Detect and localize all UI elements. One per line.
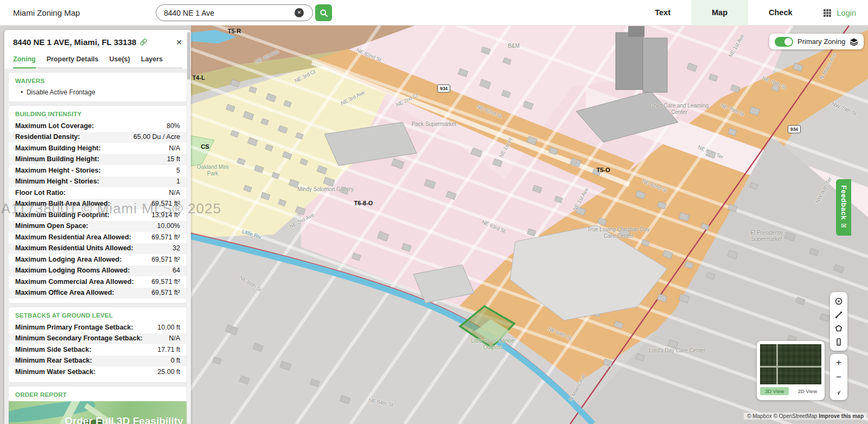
poi-label: B&M (508, 43, 520, 49)
map-tools (830, 292, 847, 351)
building-intensity-rows: Maximum Lot Coverage:80% Residential Den… (9, 121, 187, 299)
table-row: Minimum Open Space:10.00% (9, 221, 187, 232)
map-attribution: © Mapbox © OpenStreetMap Improve this ma… (744, 413, 867, 420)
table-row: Maximum Lot Coverage:80% (9, 121, 187, 132)
osm-link[interactable]: © OpenStreetMap (774, 413, 818, 419)
order-report-card: ORDER REPORT Order Full 3D Feasibility (9, 387, 187, 424)
improve-map-link[interactable]: Improve this map (819, 413, 864, 419)
panel-header: 8440 NE 1 AVE, Miami, FL 33138 ✕ Zoning … (4, 30, 191, 68)
geolocate-button[interactable] (830, 294, 847, 308)
zone-label-t4l: T4-L (192, 74, 205, 81)
tab-check[interactable]: Check (748, 0, 813, 26)
tab-zoning[interactable]: Zoning (13, 55, 36, 67)
property-panel: 8440 NE 1 AVE, Miami, FL 33138 ✕ Zoning … (4, 30, 191, 424)
close-icon[interactable]: ✕ (176, 38, 182, 47)
section-title: WAIVERS (9, 78, 187, 87)
zoom-in-button[interactable]: + (830, 355, 847, 370)
setbacks-rows: Minimum Primary Frontage Setback:10.00 f… (9, 322, 187, 378)
primary-zoning-control: Primary Zoning (769, 34, 864, 49)
poi-label: Lord's Day Care Center (649, 347, 706, 354)
toggle-label: Primary Zoning (797, 37, 845, 46)
table-row: Maximum Built Area Allowed:69,571 ft² (9, 199, 187, 210)
search-button[interactable] (315, 4, 332, 21)
order-report-banner[interactable]: Order Full 3D Feasibility (9, 401, 187, 424)
panel-tabs: Zoning Property Details Use(s) Layers (13, 55, 182, 68)
measure-button[interactable] (830, 308, 847, 321)
app-title: Miami Zoning Map (13, 8, 80, 17)
panel-scrollbar[interactable] (187, 31, 190, 423)
tab-uses[interactable]: Use(s) (110, 55, 130, 67)
table-row: Maximum Commercial Area Allowed:69,571 f… (9, 276, 187, 288)
property-address: 8440 NE 1 AVE, Miami, FL 33138 (13, 37, 136, 47)
search-input[interactable] (156, 4, 313, 21)
poi-label: El Presidente Supermarket (742, 230, 791, 243)
top-nav: Text Map Check Login (634, 0, 868, 26)
zone-label-t5r: T5-R (228, 28, 241, 34)
zone-label-t68o: T6-8-O (354, 200, 373, 206)
compass-icon (834, 388, 843, 397)
section-title: ORDER REPORT (9, 391, 187, 401)
table-row: Maximum Height - Stories:5 (9, 165, 187, 176)
poi-label: True Loving Christian Day Care Center (583, 226, 654, 239)
poi-label: Little River Canoe Outpost (469, 338, 516, 351)
top-bar: Miami Zoning Map ✕ Text Map Check Login (0, 0, 868, 26)
tab-property-details[interactable]: Property Details (47, 55, 99, 67)
compass-button[interactable] (830, 384, 847, 399)
minimap-card: 3D View 2D View (757, 341, 825, 400)
mail-icon: ✉ (841, 222, 846, 230)
building-intensity-card: BUILDING INTENSITY Maximum Lot Coverage:… (9, 106, 187, 303)
setbacks-card: SETBACKS AT GROUND LEVEL Minimum Primary… (9, 307, 187, 382)
table-row: Maximum Residential Area Allowed:69,571 … (9, 232, 187, 243)
table-row: Minimum Height - Stories:1 (9, 176, 187, 188)
table-row: Maximum Residential Units Allowed:32 (9, 243, 187, 255)
feedback-label: Feedback (840, 185, 848, 220)
minimap-thumbnail[interactable] (760, 344, 821, 384)
poi-label: Pack Supermarket (412, 121, 456, 128)
poi-label: Child Care and Learning Center (647, 103, 712, 116)
section-title: SETBACKS AT GROUND LEVEL (9, 312, 187, 322)
primary-zoning-toggle[interactable] (775, 37, 793, 47)
tab-map[interactable]: Map (691, 0, 748, 26)
ruler-icon (834, 310, 844, 320)
view-3d-button[interactable]: 3D View (760, 387, 789, 395)
table-row: Floor Lot Ratio:N/A (9, 187, 187, 199)
draw-polygon-button[interactable] (830, 321, 847, 335)
zoom-controls: + − (830, 354, 847, 400)
poi-label: Mindy Solomon Gallery (297, 186, 353, 193)
bullet-icon: • (21, 88, 23, 96)
section-title: BUILDING INTENSITY (9, 111, 187, 121)
apps-grid-icon[interactable] (823, 9, 832, 17)
clear-search-icon[interactable]: ✕ (295, 8, 304, 17)
tab-text[interactable]: Text (634, 0, 691, 26)
tab-layers[interactable]: Layers (141, 55, 163, 67)
waivers-card: WAIVERS • Disable Active Frontage (9, 73, 187, 102)
route-shield-934: 934 (788, 125, 801, 134)
zoom-out-button[interactable]: − (830, 370, 847, 384)
device-icon (834, 337, 844, 347)
waiver-item: • Disable Active Frontage (9, 87, 187, 97)
table-row: Minimum Water Setback:25.00 ft (9, 366, 187, 378)
table-row: Minimum Primary Frontage Setback:10.00 f… (9, 322, 187, 333)
mapbox-link[interactable]: © Mapbox (747, 413, 772, 419)
search-icon (320, 9, 328, 17)
search-bar: ✕ (156, 4, 332, 21)
order-feasibility-button[interactable]: Order Full 3D Feasibility (65, 415, 183, 424)
mobile-view-button[interactable] (830, 335, 847, 349)
login-link[interactable]: Login (837, 9, 856, 17)
table-row: Maximum Building Footprint:13,914 ft² (9, 210, 187, 221)
view-2d-button[interactable]: 2D View (798, 388, 817, 394)
share-link-icon[interactable] (139, 38, 148, 46)
polygon-icon (834, 324, 844, 333)
feedback-tab[interactable]: Feedback ✉ (836, 179, 851, 236)
table-row: Minimum Building Height:15 ft (9, 154, 187, 166)
zone-label-t5o: T5-O (596, 167, 610, 173)
zone-label-cs: CS (201, 143, 209, 150)
layers-icon[interactable] (850, 37, 858, 46)
table-row: Minimum Secondary Frontage Setback:N/A (9, 333, 187, 345)
poi-label: Oakland Mini Park (196, 164, 229, 177)
table-row: Maximum Lodging Rooms Allowed:64 (9, 265, 187, 277)
table-row: Minimum Rear Setback:0 ft (9, 356, 187, 367)
table-row: Minimum Side Setback:17.71 ft (9, 344, 187, 356)
waiver-text: Disable Active Frontage (27, 88, 95, 96)
target-icon (834, 296, 844, 306)
